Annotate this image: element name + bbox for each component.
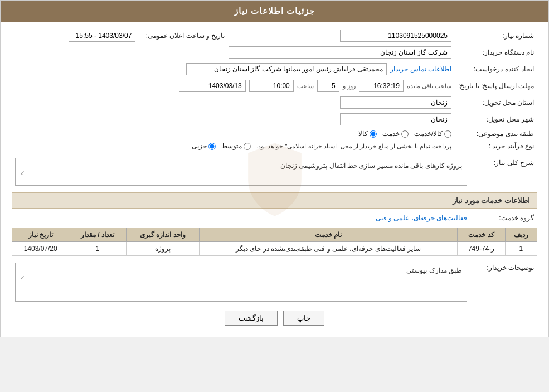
remaining-time-label: ساعت باقی مانده bbox=[407, 83, 451, 90]
services-section-title: اطلاعات خدمات مورد نیاز bbox=[12, 192, 537, 209]
resize-handle: ↙ bbox=[20, 170, 462, 176]
purchase-type-medium[interactable]: متوسط bbox=[221, 142, 251, 150]
delivery-city-input[interactable] bbox=[340, 113, 451, 125]
purchase-type-row: نوع فرآیند خرید : پرداخت تمام یا بخشی از… bbox=[12, 140, 537, 152]
service-group-label: گروه خدمت: bbox=[470, 212, 537, 224]
category-khidmat[interactable]: خدمت bbox=[382, 130, 409, 138]
purchase-type-partial[interactable]: جزیی bbox=[192, 142, 216, 150]
table-row: 1 ز-74-749 سایر فعالیت‌های حرفه‌ای، علمی… bbox=[12, 242, 537, 256]
service-group-table: گروه خدمت: فعالیت‌های حرفه‌ای، علمی و فن… bbox=[12, 212, 537, 224]
print-button[interactable]: چاپ bbox=[283, 311, 324, 326]
col-quantity: تعداد / مقدار bbox=[69, 228, 126, 242]
contact-link[interactable]: اطلاعات تماس خریدار bbox=[390, 65, 451, 73]
delivery-province-row: استان محل تحویل: bbox=[12, 94, 537, 111]
services-table-header-row: ردیف کد خدمت نام خدمت واحد اندازه گیری ت… bbox=[12, 228, 537, 242]
time-input[interactable] bbox=[249, 80, 294, 92]
announcement-date-input[interactable] bbox=[69, 30, 135, 42]
need-number-row: شماره نیاز: تاریخ و ساعت اعلان عمومی: bbox=[12, 27, 537, 44]
col-row-num: ردیف bbox=[505, 228, 537, 242]
col-unit: واحد اندازه گیری bbox=[126, 228, 199, 242]
days-label: روز و bbox=[343, 83, 356, 90]
date-input[interactable] bbox=[179, 80, 246, 92]
services-table-head: ردیف کد خدمت نام خدمت واحد اندازه گیری ت… bbox=[12, 228, 537, 242]
services-table: ردیف کد خدمت نام خدمت واحد اندازه گیری ت… bbox=[12, 228, 537, 256]
need-number-label: شماره نیاز: bbox=[455, 27, 537, 44]
main-info-table: شماره نیاز: تاریخ و ساعت اعلان عمومی: نا… bbox=[12, 27, 537, 152]
cell-quantity: 1 bbox=[69, 242, 126, 256]
category-label: طبقه بندی موضوعی: bbox=[455, 128, 537, 140]
main-container: جزئیات اطلاعات نیاز Ana Render شماره نیا… bbox=[0, 0, 549, 337]
need-description-label: شرح کلی نیاز: bbox=[470, 156, 537, 188]
category-kala[interactable]: کالا bbox=[358, 130, 377, 138]
response-deadline-label: مهلت ارسال پاسخ: تا تاریخ: bbox=[455, 78, 537, 94]
category-kala-khidmat[interactable]: کالا/خدمت bbox=[414, 130, 451, 138]
need-description-value: پروژه کارهای باقی مانده مسیر سازی خط انت… bbox=[15, 158, 467, 186]
need-number-input[interactable] bbox=[340, 30, 451, 42]
category-row: طبقه بندی موضوعی: کالا/خدمت خدمت کالا bbox=[12, 128, 537, 140]
purchase-type-note: پرداخت تمام یا بخشی از مبلغ خریدار از مح… bbox=[256, 143, 451, 150]
creator-input[interactable] bbox=[186, 63, 387, 75]
bottom-buttons: چاپ بازگشت bbox=[12, 311, 537, 326]
delivery-city-label: شهر محل تحویل: bbox=[455, 111, 537, 128]
buyer-notes-value: طبق مدارک پیوستی ↙ bbox=[15, 263, 467, 302]
creator-row: ایجاد کننده درخواست: اطلاعات تماس خریدار bbox=[12, 61, 537, 78]
col-service-name: نام خدمت bbox=[199, 228, 458, 242]
cell-service-code: ز-74-749 bbox=[458, 242, 506, 256]
buyer-notes-row: توضیحات خریدار: طبق مدارک پیوستی ↙ bbox=[12, 260, 537, 304]
service-group-link[interactable]: فعالیت‌های حرفه‌ای، علمی و فنی bbox=[376, 214, 467, 222]
service-group-row: گروه خدمت: فعالیت‌های حرفه‌ای، علمی و فن… bbox=[12, 212, 537, 224]
cell-row-num: 1 bbox=[505, 242, 537, 256]
buyer-notes-table: توضیحات خریدار: طبق مدارک پیوستی ↙ bbox=[12, 260, 537, 304]
delivery-province-input[interactable] bbox=[340, 96, 451, 109]
announcement-date-label: تاریخ و ساعت اعلان عمومی: bbox=[139, 27, 228, 44]
delivery-province-label: استان محل تحویل: bbox=[455, 94, 537, 111]
page-title: جزئیات اطلاعات نیاز bbox=[234, 6, 315, 16]
cell-unit: پروژه bbox=[126, 242, 199, 256]
back-button[interactable]: بازگشت bbox=[225, 311, 278, 326]
services-table-body: 1 ز-74-749 سایر فعالیت‌های حرفه‌ای، علمی… bbox=[12, 242, 537, 256]
buyer-dept-label: نام دستگاه خریدار: bbox=[455, 44, 537, 61]
cell-service-name: سایر فعالیت‌های حرفه‌ای، علمی و فنی طبقه… bbox=[199, 242, 458, 256]
buyer-dept-row: نام دستگاه خریدار: bbox=[12, 44, 537, 61]
delivery-city-row: شهر محل تحویل: bbox=[12, 111, 537, 128]
page-content: Ana Render شماره نیاز: تاریخ و ساعت اعلا… bbox=[1, 22, 548, 337]
col-date: تاریخ نیاز bbox=[12, 228, 69, 242]
time-label: ساعت bbox=[297, 83, 314, 90]
need-description-table: شرح کلی نیاز: پروژه کارهای باقی مانده مس… bbox=[12, 156, 537, 188]
creator-label: ایجاد کننده درخواست: bbox=[455, 61, 537, 78]
need-description-row: شرح کلی نیاز: پروژه کارهای باقی مانده مس… bbox=[12, 156, 537, 188]
col-service-code: کد خدمت bbox=[458, 228, 506, 242]
buyer-dept-input[interactable] bbox=[229, 46, 451, 59]
days-input[interactable] bbox=[317, 80, 339, 92]
buyer-notes-label: توضیحات خریدار: bbox=[470, 260, 537, 304]
page-header: جزئیات اطلاعات نیاز bbox=[1, 1, 548, 22]
response-deadline-row: مهلت ارسال پاسخ: تا تاریخ: ساعت باقی مان… bbox=[12, 78, 537, 94]
cell-date: 1403/07/20 bbox=[12, 242, 69, 256]
buyer-resize-handle: ↙ bbox=[20, 274, 462, 280]
remaining-time-input[interactable] bbox=[359, 80, 404, 92]
purchase-type-label: نوع فرآیند خرید : bbox=[455, 140, 537, 152]
